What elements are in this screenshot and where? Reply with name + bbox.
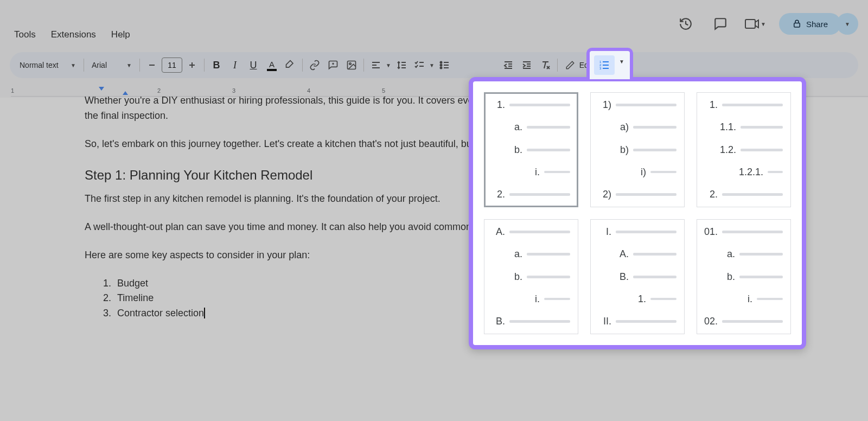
list-preset-1-a-i[interactable]: 1. a. b. i. 2. bbox=[484, 92, 578, 207]
increase-indent-button[interactable] bbox=[518, 56, 535, 74]
share-dropdown[interactable]: ▼ bbox=[837, 13, 858, 35]
toolbar: Normal text ▼ Arial ▼ B I U A ▼ ▼ ▼ Edit… bbox=[10, 52, 858, 78]
numbered-list-button[interactable]: 1 2 3 bbox=[594, 55, 615, 75]
svg-point-19 bbox=[440, 62, 442, 63]
insert-link-button[interactable] bbox=[306, 56, 323, 74]
menu-bar: Tools Extensions Help bbox=[0, 27, 144, 49]
chevron-down-icon: ▼ bbox=[845, 21, 850, 27]
chevron-down-icon[interactable]: ▼ bbox=[619, 59, 624, 65]
list-preset-I-A-1[interactable]: I. A. B. 1. II. bbox=[590, 219, 685, 334]
font-size-input[interactable] bbox=[162, 58, 182, 73]
line-spacing-button[interactable] bbox=[392, 56, 410, 74]
share-label: Share bbox=[806, 20, 828, 29]
bulleted-list-button[interactable] bbox=[436, 56, 453, 74]
meet-button[interactable]: ▼ bbox=[744, 18, 766, 30]
decrease-indent-button[interactable] bbox=[500, 56, 517, 74]
svg-rect-0 bbox=[745, 20, 755, 28]
chevron-down-icon: ▼ bbox=[126, 62, 132, 68]
list-preset-A-a-i[interactable]: A. a. b. i. B. bbox=[484, 219, 578, 334]
menu-tools[interactable]: Tools bbox=[10, 27, 40, 42]
svg-line-34 bbox=[544, 62, 546, 68]
italic-button[interactable]: I bbox=[226, 56, 244, 74]
chevron-down-icon: ▼ bbox=[429, 62, 435, 68]
svg-point-9 bbox=[349, 63, 351, 65]
pencil-icon bbox=[565, 60, 575, 70]
svg-rect-2 bbox=[794, 23, 800, 28]
share-button[interactable]: Share bbox=[779, 13, 841, 35]
font-label: Arial bbox=[92, 61, 107, 69]
text-color-button[interactable]: A bbox=[263, 56, 280, 74]
menu-extensions[interactable]: Extensions bbox=[47, 27, 100, 42]
menu-help[interactable]: Help bbox=[107, 27, 135, 42]
numbered-list-presets-panel: 1. a. b. i. 2. 1) a) b) i) 2) 1. 1.1. 1.… bbox=[469, 77, 806, 349]
insert-image-button[interactable] bbox=[343, 56, 360, 74]
paragraph-style-label: Normal text bbox=[20, 61, 59, 69]
add-comment-button[interactable] bbox=[324, 56, 342, 74]
indent-marker-top[interactable] bbox=[98, 86, 105, 93]
comments-icon[interactable] bbox=[710, 13, 731, 35]
svg-text:3: 3 bbox=[599, 67, 602, 70]
highlight-toolbar-button: 1 2 3 ▼ bbox=[586, 48, 633, 79]
clear-formatting-button[interactable] bbox=[537, 56, 554, 74]
list-preset-01-a-i[interactable]: 01. a. b. i. 02. bbox=[697, 219, 791, 334]
text-cursor bbox=[204, 308, 205, 318]
list-preset-decimal-outline[interactable]: 1. 1.1. 1.2. 1.2.1. 2. bbox=[697, 92, 791, 207]
list-preset-1paren-aparen[interactable]: 1) a) b) i) 2) bbox=[590, 92, 685, 207]
decrease-font-button[interactable] bbox=[143, 56, 161, 74]
chevron-down-icon: ▼ bbox=[761, 21, 766, 27]
chevron-down-icon: ▼ bbox=[386, 62, 391, 68]
chevron-down-icon: ▼ bbox=[71, 62, 76, 68]
bold-button[interactable]: B bbox=[208, 56, 225, 74]
paragraph-style-dropdown[interactable]: Normal text ▼ bbox=[15, 56, 80, 74]
underline-button[interactable]: U bbox=[245, 56, 262, 74]
align-button[interactable] bbox=[367, 56, 385, 74]
highlight-button[interactable] bbox=[282, 56, 299, 74]
increase-font-button[interactable] bbox=[183, 56, 201, 74]
checklist-button[interactable] bbox=[411, 56, 428, 74]
history-icon[interactable] bbox=[675, 13, 697, 35]
ruler-tick: 1 bbox=[11, 87, 14, 94]
font-dropdown[interactable]: Arial ▼ bbox=[87, 56, 136, 74]
svg-point-23 bbox=[440, 67, 442, 69]
svg-marker-37 bbox=[99, 87, 104, 91]
svg-point-21 bbox=[440, 65, 442, 66]
